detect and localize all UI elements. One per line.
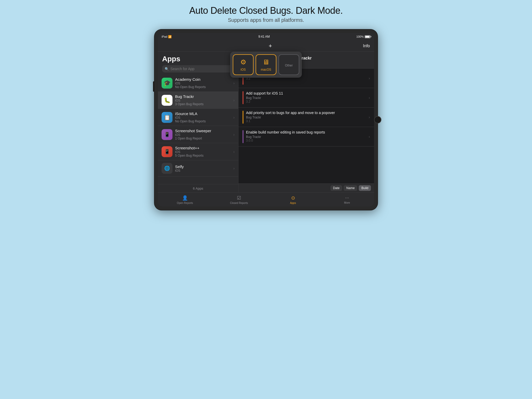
app-name: Screenshot Sweeper (175, 129, 231, 133)
bug-version: 3.0.0 (246, 139, 366, 142)
chevron-right-icon: › (233, 98, 235, 102)
add-button[interactable]: + (267, 42, 274, 50)
app-bugs: 3 Open Bug Reports (175, 102, 231, 106)
chevron-right-icon: › (233, 132, 235, 137)
list-item[interactable]: 📱 Screenshot++ iOS 5 Open Bug Reports › (158, 143, 238, 160)
tab-closed-reports[interactable]: ☑ Closed Reports (212, 193, 266, 207)
app-bugs: No Open Bug Reports (175, 119, 231, 123)
app-name: Screenshot++ (175, 146, 231, 150)
list-item[interactable]: 🌐 Selfy iOS › (158, 160, 238, 177)
search-input[interactable] (170, 67, 231, 71)
tab-more[interactable]: ··· More (320, 193, 374, 207)
priority-bar (243, 111, 243, 124)
app-name: Selfy (175, 164, 231, 169)
bug-title: Add priority sort to bugs for app and mo… (246, 111, 366, 115)
bug-item[interactable]: Add support for iOS 11 Bug Trackr 3.2 › (238, 88, 374, 108)
app-info-screenshot-plus: Screenshot++ iOS 5 Open Bug Reports (175, 146, 231, 157)
list-item[interactable]: 🐛 Bug Trackr iOS 3 Open Bug Reports › (158, 92, 238, 109)
chevron-right-icon: › (233, 81, 235, 85)
app-name: Academy Coin (175, 77, 231, 82)
sidebar: Apps 🔍 🎓 Academy Coin iOS (158, 52, 238, 192)
app-info-isource: iSource MLA iOS No Open Bug Reports (175, 111, 231, 123)
bug-title: Add support for iOS 11 (246, 91, 366, 95)
ios-icon: ⚙ (240, 58, 246, 66)
app-name: Bug Trackr (175, 94, 231, 99)
top-bar: + Info (158, 40, 374, 52)
apps-icon: ⊙ (291, 195, 295, 201)
bug-body: Enable build number editing in saved bug… (246, 130, 366, 143)
sidebar-header: Apps 🔍 (158, 52, 238, 75)
closed-reports-icon: ☑ (237, 195, 241, 201)
app-icon-selfy: 🌐 (162, 163, 172, 174)
tab-more-label: More (344, 201, 350, 204)
bug-app: Bug Trackr (246, 116, 366, 119)
list-item[interactable]: 📋 iSource MLA iOS No Open Bug Reports › (158, 109, 238, 126)
open-reports-icon: 👤 (182, 195, 188, 201)
platform-ios-btn[interactable]: ⚙ iOS (233, 54, 254, 75)
app-platform: iOS (175, 116, 231, 119)
priority-bar (243, 130, 243, 143)
app-bugs: No Open Bug Reports (175, 85, 231, 89)
bug-item[interactable]: Enable build number editing in saved bug… (238, 127, 374, 147)
app-name: iSource MLA (175, 111, 231, 116)
app-platform: iOS (175, 169, 231, 172)
tab-open-reports[interactable]: 👤 Open Reports (158, 193, 212, 207)
status-device: iPad 📶 (162, 35, 172, 38)
priority-bar (243, 91, 243, 104)
chevron-right-icon: › (233, 166, 235, 170)
sort-date-button[interactable]: Date (330, 185, 342, 191)
app-icon-academy: 🎓 (162, 78, 172, 89)
chevron-right-icon: › (369, 76, 370, 80)
app-bugs: 5 Open Bug Reports (175, 154, 231, 157)
ipad-side-button (153, 81, 154, 92)
search-bar[interactable]: 🔍 (162, 65, 234, 72)
macos-icon: 🖥 (263, 58, 269, 66)
macos-label: macOS (261, 68, 271, 71)
list-item[interactable]: 🎓 Academy Coin iOS No Open Bug Reports › (158, 75, 238, 92)
bug-version: 3.2 (246, 100, 366, 103)
chevron-right-icon: › (233, 115, 235, 119)
app-info-selfy: Selfy iOS (175, 164, 231, 172)
page-title: Auto Delete Closed Bugs. Dark Mode. (189, 5, 343, 16)
platform-other-btn[interactable]: Other (278, 54, 299, 75)
sidebar-footer: 6 Apps (158, 184, 238, 192)
main-content: + Info ⚙ iOS 🖥 macOS Other (158, 40, 374, 207)
bug-item[interactable]: Add priority sort to bugs for app and mo… (238, 108, 374, 127)
detail-sort-bar: Date Name Build (238, 183, 374, 192)
bug-app: Bug Trackr (246, 96, 366, 100)
app-info-academy: Academy Coin iOS No Open Bug Reports (175, 77, 231, 89)
bug-title: Enable build number editing in saved bug… (246, 130, 366, 134)
page-subtitle: Supports apps from all platforms. (189, 17, 343, 23)
sort-build-button[interactable]: Build (359, 185, 371, 191)
status-battery: 100% (356, 35, 370, 38)
chevron-right-icon: › (369, 135, 370, 139)
platform-macos-btn[interactable]: 🖥 macOS (256, 54, 276, 75)
search-icon: 🔍 (165, 67, 169, 71)
page-header: Auto Delete Closed Bugs. Dark Mode. Supp… (189, 5, 343, 23)
app-platform: iOS (175, 99, 231, 102)
more-icon: ··· (345, 195, 349, 201)
app-info-bugtrackr: Bug Trackr iOS 3 Open Bug Reports (175, 94, 231, 106)
chevron-right-icon: › (369, 96, 370, 100)
sidebar-title: Apps (162, 55, 234, 63)
ipad-shell: iPad 📶 9:41 AM 100% + Info ⚙ iOS (154, 29, 378, 210)
tab-bar: 👤 Open Reports ☑ Closed Reports ⊙ Apps ·… (158, 192, 374, 207)
tab-open-reports-label: Open Reports (177, 202, 193, 204)
app-icon-isource: 📋 (162, 112, 172, 123)
platform-picker: ⚙ iOS 🖥 macOS Other (230, 52, 302, 78)
tab-apps-label: Apps (290, 202, 296, 204)
chevron-right-icon: › (369, 115, 370, 119)
ios-label: iOS (241, 68, 246, 71)
app-icon-screenshot-plus: 📱 (162, 146, 172, 157)
app-count: 6 Apps (193, 187, 203, 190)
app-platform: iOS (175, 82, 231, 85)
battery-icon (365, 35, 370, 38)
status-bar: iPad 📶 9:41 AM 100% (158, 33, 374, 40)
app-info-screenshot-sweeper: Screenshot Sweeper iOS 1 Open Bug Report (175, 129, 231, 140)
bug-app: Bug Trackr (246, 135, 366, 139)
info-button[interactable]: Info (363, 44, 370, 48)
ipad-home-button[interactable] (374, 116, 381, 123)
list-item[interactable]: 📱 Screenshot Sweeper iOS 1 Open Bug Repo… (158, 126, 238, 143)
tab-apps[interactable]: ⊙ Apps (266, 193, 320, 207)
sort-name-button[interactable]: Name (344, 185, 357, 191)
